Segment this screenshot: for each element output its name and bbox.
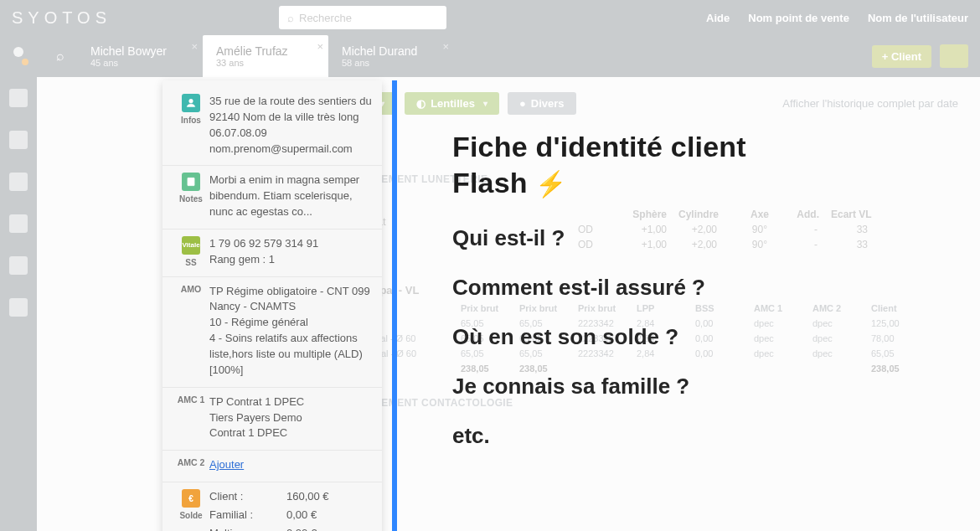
- client-tab[interactable]: Michel Durand 58 ans ×: [328, 35, 454, 77]
- help-link[interactable]: Aide: [706, 12, 730, 24]
- callout-question: Où en est son solde ?: [452, 324, 930, 350]
- close-icon[interactable]: ×: [317, 40, 323, 53]
- info-row-amc2: AMC 2 Ajouter: [162, 450, 382, 482]
- tab-age: 45 ans: [90, 58, 189, 68]
- rail-item-icon[interactable]: [9, 131, 28, 149]
- add-client-button[interactable]: + Client: [872, 45, 931, 68]
- callout: Fiche d'identité client Flash ⚡ Qui est-…: [452, 129, 930, 449]
- callout-question: Je connais sa famille ?: [452, 374, 930, 400]
- topbar: SYOTOS ⌕ Recherche Aide Nom point de ven…: [0, 0, 980, 35]
- label-text: Infos: [181, 116, 201, 125]
- global-search[interactable]: ⌕ Recherche: [279, 6, 446, 29]
- label-text: Solde: [179, 511, 202, 520]
- label-text: Notes: [179, 194, 203, 204]
- close-icon[interactable]: ×: [191, 40, 198, 53]
- callout-question: Qui est-il ?: [452, 225, 930, 251]
- tab-age: 58 ans: [342, 58, 441, 68]
- close-icon[interactable]: ×: [442, 40, 449, 53]
- info-row-notes: Notes Morbi a enim in magna semper biben…: [162, 165, 382, 229]
- vitale-icon: Vitale: [182, 236, 200, 255]
- info-row-solde: € Solde Client :160,00 € Familial :0,00 …: [162, 482, 382, 531]
- address-line: 35 rue de la route des sentiers du: [209, 94, 372, 110]
- rail-item-icon[interactable]: [9, 89, 28, 107]
- lentilles-button[interactable]: ◐ Lentilles ▾: [405, 92, 499, 115]
- euro-icon: €: [182, 489, 200, 508]
- tab-name: Michel Bowyer: [90, 44, 189, 58]
- highlight-divider: [392, 80, 397, 531]
- ss-rang: Rang gem : 1: [209, 252, 372, 268]
- rail-user-icon[interactable]: [9, 47, 28, 65]
- info-row-infos: Infos 35 rue de la route des sentiers du…: [162, 87, 382, 165]
- client-tabs: ⌕ Michel Bowyer 45 ans × Amélie Trufaz 3…: [37, 35, 980, 77]
- email: nom.prenom@supermail.com: [209, 142, 372, 157]
- ss-number: 1 79 06 92 579 314 91: [209, 236, 372, 252]
- bolt-icon: ⚡: [535, 170, 566, 198]
- left-rail: [0, 35, 37, 531]
- callout-title: Fiche d'identité client Flash ⚡: [452, 129, 930, 200]
- address-line: 92140 Nom de la ville très long: [209, 110, 372, 126]
- info-row-ss: Vitale SS 1 79 06 92 579 314 91 Rang gem…: [162, 229, 382, 276]
- client-tab-active[interactable]: Amélie Trufaz 33 ans ×: [203, 35, 328, 77]
- label-text: AMO: [181, 284, 202, 294]
- client-info-panel: Infos 35 rue de la route des sentiers du…: [162, 80, 382, 531]
- divers-button[interactable]: ● Divers: [508, 92, 576, 115]
- chevron-down-icon: ▾: [483, 99, 487, 108]
- phone-number: 06.07.08.09: [209, 126, 372, 142]
- contact-icon: [182, 94, 200, 112]
- rail-item-icon[interactable]: [9, 256, 28, 275]
- tab-age: 33 ans: [216, 58, 315, 68]
- phone-button[interactable]: [940, 44, 968, 68]
- brand-logo: SYOTOS: [12, 8, 111, 28]
- tab-name: Amélie Trufaz: [216, 44, 315, 58]
- tab-name: Michel Durand: [342, 44, 441, 58]
- callout-question: Comment est-il assuré ?: [452, 275, 930, 301]
- rail-item-icon[interactable]: [9, 173, 28, 191]
- rail-item-icon[interactable]: [9, 214, 28, 233]
- search-icon: ⌕: [287, 12, 294, 24]
- label-text: AMC 2: [178, 457, 205, 467]
- topbar-links: Aide Nom point de vente Nom de l'utilisa…: [706, 12, 968, 24]
- history-link[interactable]: Afficher l'historique complet par date: [782, 97, 958, 110]
- misc-icon: ●: [519, 97, 526, 110]
- search-placeholder: Recherche: [299, 12, 352, 24]
- label-text: SS: [185, 258, 196, 267]
- lens-icon: ◐: [416, 97, 426, 110]
- label-text: AMC 1: [178, 394, 205, 405]
- user-link[interactable]: Nom de l'utilisateur: [868, 12, 968, 24]
- add-amc2-link[interactable]: Ajouter: [209, 458, 244, 471]
- rail-item-icon[interactable]: [9, 298, 28, 317]
- tab-search-icon[interactable]: ⌕: [44, 35, 77, 77]
- pos-link[interactable]: Nom point de vente: [748, 12, 849, 24]
- notes-icon: [182, 173, 200, 191]
- notes-text: Morbi a enim in magna semper biben­dum. …: [209, 173, 372, 220]
- callout-question: etc.: [452, 423, 930, 449]
- svg-point-0: [189, 99, 193, 103]
- info-row-amc1: AMC 1 TP Contrat 1 DPEC Tiers Payers Dem…: [162, 387, 382, 451]
- client-tab[interactable]: Michel Bowyer 45 ans ×: [77, 35, 203, 77]
- info-row-amo: AMO TP Régime obligatoire - CNT 099 Nanc…: [162, 276, 382, 387]
